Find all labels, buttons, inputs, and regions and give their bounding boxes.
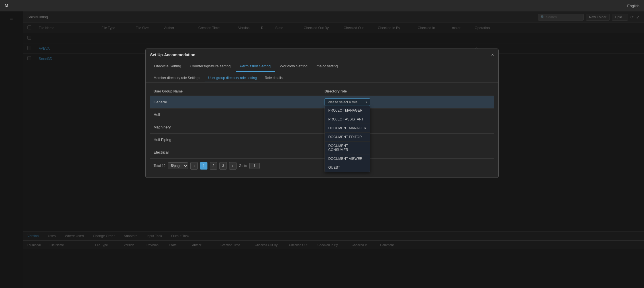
role-dropdown-menu[interactable]: PROJECT MANAGER PROJECT ASSISTANT DOCUME… [325,106,370,172]
page-size-select[interactable]: 5/page [168,162,188,169]
ug-row-hull[interactable]: Hull [150,108,494,121]
chevron-down-icon: ▾ [366,100,367,104]
modal-close-button[interactable]: × [491,52,494,57]
page-3-button[interactable]: 3 [219,162,227,170]
modal-body: User Group Name Directory role General P… [146,82,498,178]
main-area: ≡ ShipBuilding 🔍 Search New Folder Uplo.… [0,11,644,288]
modal-title: Set Up-Accommodation [150,53,195,57]
dropdown-item-guest[interactable]: GUEST [325,163,370,172]
ug-row-electrical[interactable]: Electrical [150,146,494,159]
app-logo: M [5,3,8,8]
dropdown-item-document-manager[interactable]: DOCUMENT MANAGER [325,124,370,133]
dropdown-item-project-assistant[interactable]: PROJECT ASSISTANT [325,115,370,124]
ug-col-name-header: User Group Name [154,89,325,93]
tab-lifecycle-setting[interactable]: Lifecycle Setting [150,61,185,72]
ug-row-name-hull: Hull [154,112,325,117]
modal-subtabs: Member directory role Settings User grou… [146,72,498,82]
modal-header: Set Up-Accommodation × [146,49,498,61]
subtab-member-directory[interactable]: Member directory role Settings [150,74,203,82]
ug-table-header: User Group Name Directory role [150,87,494,96]
ug-row-name-machinery: Machinery [154,125,325,129]
ug-row-hull-piping[interactable]: Hull Piping [150,134,494,146]
role-dropdown-general[interactable]: Please select a role ▾ [325,98,370,106]
top-bar: M English [0,0,644,11]
page-2-button[interactable]: 2 [210,162,217,170]
tab-permission-setting[interactable]: Permission Setting [236,61,274,72]
language-indicator: English [627,4,639,8]
ug-row-general[interactable]: General Please select a role ▾ PROJECT M… [150,96,494,108]
ug-row-machinery[interactable]: Machinery [150,121,494,134]
ug-col-role-header: Directory role [325,89,490,93]
dropdown-item-document-editor[interactable]: DOCUMENT EDITOR [325,133,370,142]
total-label: Total 12 [154,164,166,168]
tab-major-setting[interactable]: major setting [313,61,342,72]
modal-backdrop[interactable]: Set Up-Accommodation × Lifecycle Setting… [0,11,644,288]
modal-tabs: Lifecycle Setting Countersignature setti… [146,61,498,72]
prev-page-button[interactable]: ‹ [190,162,198,170]
ug-row-role-general[interactable]: Please select a role ▾ PROJECT MANAGER P… [325,98,490,106]
subtab-user-group-directory[interactable]: User group directory role setting [205,74,260,82]
dropdown-item-document-viewer[interactable]: DOCUMENT VIEWER [325,154,370,163]
goto-input[interactable] [249,163,260,169]
subtab-role-details[interactable]: Role details [261,74,286,82]
next-page-button[interactable]: › [229,162,237,170]
tab-countersignature-setting[interactable]: Countersignature setting [186,61,235,72]
dropdown-item-project-manager[interactable]: PROJECT MANAGER [325,106,370,115]
tab-workflow-setting[interactable]: Workflow Setting [276,61,311,72]
dropdown-placeholder: Please select a role [328,100,358,104]
goto-label: Go to [239,164,247,168]
modal-dialog: Set Up-Accommodation × Lifecycle Setting… [145,49,499,178]
page-1-button[interactable]: 1 [200,162,207,170]
ug-row-name-general: General [154,100,325,104]
pagination: Total 12 5/page ‹ 1 2 3 › Go to [150,159,494,173]
ug-row-name-electrical: Electrical [154,150,325,154]
ug-row-name-hull-piping: Hull Piping [154,138,325,142]
dropdown-item-document-consumer[interactable]: DOCUMENT CONSUMER [325,142,370,154]
